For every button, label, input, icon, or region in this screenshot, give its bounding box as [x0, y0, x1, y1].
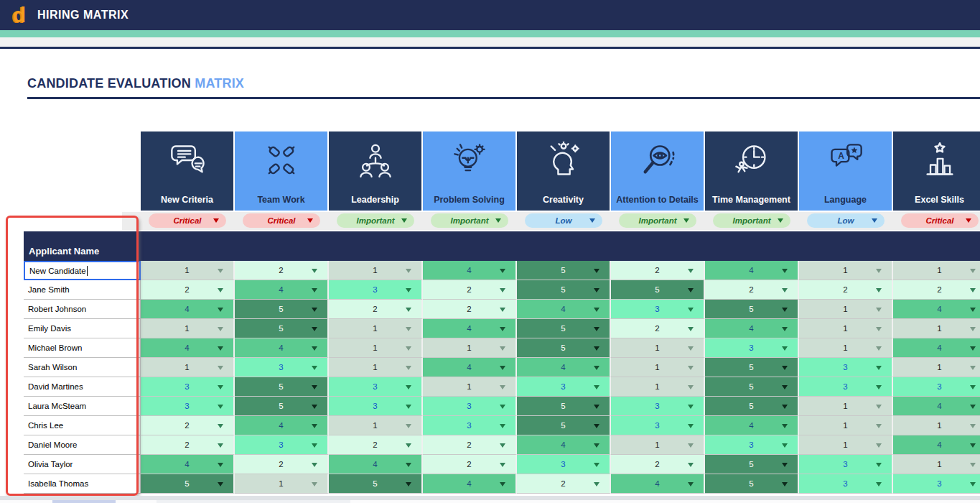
rating-cell[interactable]: 3	[705, 435, 799, 455]
rating-cell[interactable]: 3	[799, 455, 893, 474]
rating-cell[interactable]: 3	[423, 416, 517, 435]
priority-dropdown-problem-solving[interactable]: Important	[431, 213, 508, 228]
rating-cell[interactable]: 3	[517, 377, 611, 397]
rating-cell[interactable]: 3	[141, 377, 235, 397]
rating-cell[interactable]: 1	[329, 261, 423, 280]
rating-cell[interactable]: 3	[799, 474, 893, 494]
rating-cell[interactable]: 4	[705, 261, 799, 280]
rating-cell[interactable]: 1	[893, 416, 980, 435]
rating-cell[interactable]: 1	[141, 261, 235, 280]
rating-cell[interactable]: 4	[329, 455, 423, 474]
rating-cell[interactable]: 4	[893, 338, 980, 358]
rating-cell[interactable]: 3	[329, 397, 423, 416]
rating-cell[interactable]: 2	[329, 435, 423, 455]
rating-cell[interactable]: 1	[141, 358, 235, 377]
rating-cell[interactable]: 4	[235, 416, 329, 435]
rating-cell[interactable]: 4	[235, 280, 329, 300]
rating-cell[interactable]: 1	[799, 435, 893, 455]
rating-cell[interactable]: 1	[329, 338, 423, 358]
priority-dropdown-new-criteria[interactable]: Critical	[149, 213, 226, 228]
rating-cell[interactable]: 1	[611, 435, 705, 455]
rating-cell[interactable]: 1	[799, 319, 893, 338]
rating-cell[interactable]: 2	[893, 280, 980, 300]
rating-cell[interactable]: 2	[423, 435, 517, 455]
applicant-name-cell-editing[interactable]: New Candidate	[24, 261, 141, 280]
applicant-name-cell[interactable]: David Martines	[24, 377, 141, 397]
rating-cell[interactable]: 2	[141, 280, 235, 300]
rating-cell[interactable]: 1	[329, 358, 423, 377]
rating-cell[interactable]: 4	[517, 300, 611, 319]
rating-cell[interactable]: 4	[517, 435, 611, 455]
rating-cell[interactable]: 4	[611, 474, 705, 494]
rating-cell[interactable]: 5	[141, 474, 235, 494]
rating-cell[interactable]: 1	[611, 338, 705, 358]
rating-cell[interactable]: 2	[141, 416, 235, 435]
rating-cell[interactable]: 3	[517, 455, 611, 474]
rating-cell[interactable]: 1	[423, 338, 517, 358]
rating-cell[interactable]: 2	[423, 300, 517, 319]
rating-cell[interactable]: 4	[517, 358, 611, 377]
rating-cell[interactable]: 2	[235, 261, 329, 280]
rating-cell[interactable]: 3	[893, 377, 980, 397]
applicant-name-cell[interactable]: Daniel Moore	[24, 435, 141, 455]
rating-cell[interactable]: 4	[235, 338, 329, 358]
rating-cell[interactable]: 3	[235, 435, 329, 455]
rating-cell[interactable]: 5	[517, 319, 611, 338]
rating-cell[interactable]: 1	[611, 377, 705, 397]
priority-dropdown-team-work[interactable]: Critical	[243, 213, 320, 228]
rating-cell[interactable]: 1	[799, 338, 893, 358]
priority-dropdown-creativity[interactable]: Low	[525, 213, 602, 228]
priority-dropdown-attention-to-details[interactable]: Important	[619, 213, 696, 228]
rating-cell[interactable]: 3	[611, 397, 705, 416]
rating-cell[interactable]: 5	[329, 474, 423, 494]
rating-cell[interactable]: 1	[893, 358, 980, 377]
rating-cell[interactable]: 2	[517, 474, 611, 494]
rating-cell[interactable]: 2	[705, 280, 799, 300]
rating-cell[interactable]: 5	[235, 397, 329, 416]
rating-cell[interactable]: 5	[705, 300, 799, 319]
rating-cell[interactable]: 3	[705, 338, 799, 358]
applicant-name-cell[interactable]: Michael Brown	[24, 338, 141, 358]
applicant-name-cell[interactable]: Robert Johnson	[24, 300, 141, 319]
rating-cell[interactable]: 2	[611, 319, 705, 338]
rating-cell[interactable]: 1	[799, 416, 893, 435]
applicant-name-cell[interactable]: Olivia Taylor	[24, 455, 141, 474]
rating-cell[interactable]: 5	[235, 300, 329, 319]
rating-cell[interactable]: 3	[799, 358, 893, 377]
rating-cell[interactable]: 4	[893, 435, 980, 455]
rating-cell[interactable]: 1	[329, 416, 423, 435]
rating-cell[interactable]: 4	[705, 319, 799, 338]
rating-cell[interactable]: 1	[235, 474, 329, 494]
rating-cell[interactable]: 3	[235, 358, 329, 377]
rating-cell[interactable]: 4	[705, 416, 799, 435]
rating-cell[interactable]: 5	[235, 319, 329, 338]
rating-cell[interactable]: 1	[141, 319, 235, 338]
rating-cell[interactable]: 5	[517, 416, 611, 435]
rating-cell[interactable]: 3	[893, 474, 980, 494]
rating-cell[interactable]: 1	[893, 455, 980, 474]
rating-cell[interactable]: 5	[705, 455, 799, 474]
rating-cell[interactable]: 1	[893, 319, 980, 338]
rating-cell[interactable]: 5	[705, 397, 799, 416]
rating-cell[interactable]: 1	[423, 377, 517, 397]
applicant-name-cell[interactable]: Jane Smith	[24, 280, 141, 300]
rating-cell[interactable]: 1	[611, 358, 705, 377]
rating-cell[interactable]: 5	[705, 358, 799, 377]
rating-cell[interactable]: 4	[423, 319, 517, 338]
rating-cell[interactable]: 1	[799, 397, 893, 416]
rating-cell[interactable]: 4	[141, 338, 235, 358]
rating-cell[interactable]: 4	[423, 261, 517, 280]
rating-cell[interactable]: 5	[705, 377, 799, 397]
rating-cell[interactable]: 3	[799, 377, 893, 397]
priority-dropdown-excel-skills[interactable]: Critical	[901, 213, 979, 228]
bottom-scrollbar-thumb[interactable]	[52, 500, 116, 503]
applicant-name-cell[interactable]: Sarah Wilson	[24, 358, 141, 377]
applicant-name-cell[interactable]: Laura McSteam	[24, 397, 141, 416]
rating-cell[interactable]: 1	[893, 261, 980, 280]
rating-cell[interactable]: 2	[329, 300, 423, 319]
rating-cell[interactable]: 2	[611, 455, 705, 474]
rating-cell[interactable]: 2	[423, 280, 517, 300]
rating-cell[interactable]: 1	[799, 261, 893, 280]
rating-cell[interactable]: 4	[893, 300, 980, 319]
rating-cell[interactable]: 5	[517, 338, 611, 358]
